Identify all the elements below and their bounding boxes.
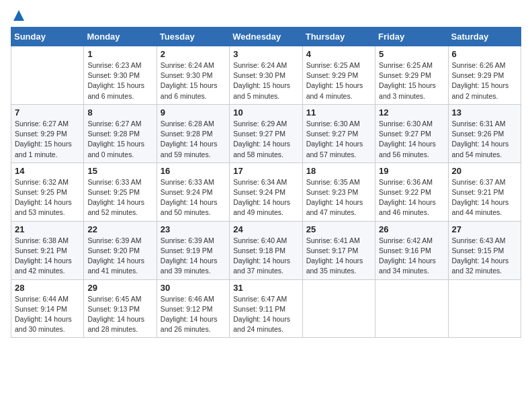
day-info: Sunrise: 6:41 AM Sunset: 9:17 PM Dayligh… [306,236,371,277]
day-number: 8 [87,107,152,118]
calendar-cell: 22Sunrise: 6:39 AM Sunset: 9:20 PM Dayli… [84,221,157,279]
day-number: 13 [452,107,517,118]
calendar-cell: 14Sunrise: 6:32 AM Sunset: 9:25 PM Dayli… [11,163,84,221]
day-info: Sunrise: 6:40 AM Sunset: 9:18 PM Dayligh… [233,236,298,277]
day-info: Sunrise: 6:25 AM Sunset: 9:29 PM Dayligh… [379,60,444,101]
calendar-week-row: 7Sunrise: 6:27 AM Sunset: 9:29 PM Daylig… [11,104,521,163]
day-info: Sunrise: 6:33 AM Sunset: 9:24 PM Dayligh… [161,177,226,218]
day-info: Sunrise: 6:24 AM Sunset: 9:30 PM Dayligh… [161,60,226,101]
day-number: 12 [379,107,444,118]
calendar-cell: 28Sunrise: 6:44 AM Sunset: 9:14 PM Dayli… [11,279,84,338]
day-number: 18 [306,166,371,176]
calendar-cell: 9Sunrise: 6:28 AM Sunset: 9:28 PM Daylig… [157,104,229,163]
day-info: Sunrise: 6:42 AM Sunset: 9:16 PM Dayligh… [379,236,444,277]
calendar-cell: 25Sunrise: 6:41 AM Sunset: 9:17 PM Dayli… [302,221,375,279]
day-number: 9 [161,107,226,118]
day-info: Sunrise: 6:38 AM Sunset: 9:21 PM Dayligh… [15,236,80,277]
calendar-cell: 18Sunrise: 6:35 AM Sunset: 9:23 PM Dayli… [302,163,375,221]
day-info: Sunrise: 6:47 AM Sunset: 9:11 PM Dayligh… [233,294,298,335]
day-info: Sunrise: 6:33 AM Sunset: 9:25 PM Dayligh… [87,177,152,218]
calendar-cell: 10Sunrise: 6:29 AM Sunset: 9:27 PM Dayli… [230,104,302,163]
day-number: 7 [15,107,80,118]
calendar-cell: 29Sunrise: 6:45 AM Sunset: 9:13 PM Dayli… [84,279,157,338]
day-info: Sunrise: 6:27 AM Sunset: 9:28 PM Dayligh… [87,119,152,160]
day-number: 26 [379,224,444,234]
calendar-week-row: 21Sunrise: 6:38 AM Sunset: 9:21 PM Dayli… [11,221,521,279]
day-info: Sunrise: 6:27 AM Sunset: 9:29 PM Dayligh… [15,119,80,160]
day-info: Sunrise: 6:25 AM Sunset: 9:29 PM Dayligh… [306,60,371,101]
svg-marker-0 [13,10,24,21]
day-number: 25 [306,224,371,234]
day-number: 3 [233,49,298,59]
logo [11,11,25,21]
weekday-header: Tuesday [157,28,229,46]
day-info: Sunrise: 6:26 AM Sunset: 9:29 PM Dayligh… [452,60,517,101]
calendar-week-row: 28Sunrise: 6:44 AM Sunset: 9:14 PM Dayli… [11,279,521,338]
calendar-week-row: 14Sunrise: 6:32 AM Sunset: 9:25 PM Dayli… [11,163,521,221]
day-info: Sunrise: 6:46 AM Sunset: 9:12 PM Dayligh… [161,294,226,335]
day-number: 27 [452,224,517,234]
day-number: 10 [233,107,298,118]
weekday-header: Wednesday [230,28,302,46]
day-number: 23 [161,224,226,234]
calendar-cell: 8Sunrise: 6:27 AM Sunset: 9:28 PM Daylig… [84,104,157,163]
calendar-cell: 5Sunrise: 6:25 AM Sunset: 9:29 PM Daylig… [375,46,448,105]
day-number: 20 [452,166,517,176]
day-number: 29 [87,283,152,293]
calendar-cell: 4Sunrise: 6:25 AM Sunset: 9:29 PM Daylig… [302,46,375,105]
day-number: 15 [87,166,152,176]
day-info: Sunrise: 6:37 AM Sunset: 9:21 PM Dayligh… [452,177,517,218]
calendar-cell: 13Sunrise: 6:31 AM Sunset: 9:26 PM Dayli… [448,104,521,163]
calendar-cell: 26Sunrise: 6:42 AM Sunset: 9:16 PM Dayli… [375,221,448,279]
day-info: Sunrise: 6:32 AM Sunset: 9:25 PM Dayligh… [15,177,80,218]
day-number: 5 [379,49,444,59]
day-info: Sunrise: 6:35 AM Sunset: 9:23 PM Dayligh… [306,177,371,218]
calendar-cell: 7Sunrise: 6:27 AM Sunset: 9:29 PM Daylig… [11,104,84,163]
calendar-cell: 21Sunrise: 6:38 AM Sunset: 9:21 PM Dayli… [11,221,84,279]
calendar-cell [375,279,448,338]
calendar-week-row: 1Sunrise: 6:23 AM Sunset: 9:30 PM Daylig… [11,46,521,105]
day-info: Sunrise: 6:23 AM Sunset: 9:30 PM Dayligh… [87,60,152,101]
day-number: 6 [452,49,517,59]
calendar-cell: 2Sunrise: 6:24 AM Sunset: 9:30 PM Daylig… [157,46,229,105]
calendar-cell: 17Sunrise: 6:34 AM Sunset: 9:24 PM Dayli… [230,163,302,221]
weekday-header: Sunday [11,28,84,46]
day-info: Sunrise: 6:44 AM Sunset: 9:14 PM Dayligh… [15,294,80,335]
day-number: 14 [15,166,80,176]
page-header [11,11,521,21]
calendar-cell [11,46,84,105]
day-number: 24 [233,224,298,234]
day-number: 1 [87,49,152,59]
calendar-cell: 27Sunrise: 6:43 AM Sunset: 9:15 PM Dayli… [448,221,521,279]
day-info: Sunrise: 6:30 AM Sunset: 9:27 PM Dayligh… [379,119,444,160]
calendar-cell: 11Sunrise: 6:30 AM Sunset: 9:27 PM Dayli… [302,104,375,163]
day-info: Sunrise: 6:24 AM Sunset: 9:30 PM Dayligh… [233,60,298,101]
day-number: 21 [15,224,80,234]
day-number: 11 [306,107,371,118]
day-number: 28 [15,283,80,293]
day-number: 16 [161,166,226,176]
logo-icon [13,9,25,21]
calendar-cell [448,279,521,338]
day-info: Sunrise: 6:31 AM Sunset: 9:26 PM Dayligh… [452,119,517,160]
day-info: Sunrise: 6:45 AM Sunset: 9:13 PM Dayligh… [87,294,152,335]
calendar-cell: 24Sunrise: 6:40 AM Sunset: 9:18 PM Dayli… [230,221,302,279]
calendar-cell: 23Sunrise: 6:39 AM Sunset: 9:19 PM Dayli… [157,221,229,279]
day-number: 17 [233,166,298,176]
day-info: Sunrise: 6:36 AM Sunset: 9:22 PM Dayligh… [379,177,444,218]
day-number: 19 [379,166,444,176]
weekday-header: Friday [375,28,448,46]
calendar-cell: 31Sunrise: 6:47 AM Sunset: 9:11 PM Dayli… [230,279,302,338]
calendar-cell: 3Sunrise: 6:24 AM Sunset: 9:30 PM Daylig… [230,46,302,105]
calendar-cell: 15Sunrise: 6:33 AM Sunset: 9:25 PM Dayli… [84,163,157,221]
calendar-cell: 12Sunrise: 6:30 AM Sunset: 9:27 PM Dayli… [375,104,448,163]
calendar-cell: 20Sunrise: 6:37 AM Sunset: 9:21 PM Dayli… [448,163,521,221]
day-info: Sunrise: 6:28 AM Sunset: 9:28 PM Dayligh… [161,119,226,160]
day-number: 2 [161,49,226,59]
day-info: Sunrise: 6:39 AM Sunset: 9:19 PM Dayligh… [161,236,226,277]
day-number: 22 [87,224,152,234]
calendar-cell [302,279,375,338]
calendar-cell: 6Sunrise: 6:26 AM Sunset: 9:29 PM Daylig… [448,46,521,105]
calendar-cell: 16Sunrise: 6:33 AM Sunset: 9:24 PM Dayli… [157,163,229,221]
day-info: Sunrise: 6:30 AM Sunset: 9:27 PM Dayligh… [306,119,371,160]
